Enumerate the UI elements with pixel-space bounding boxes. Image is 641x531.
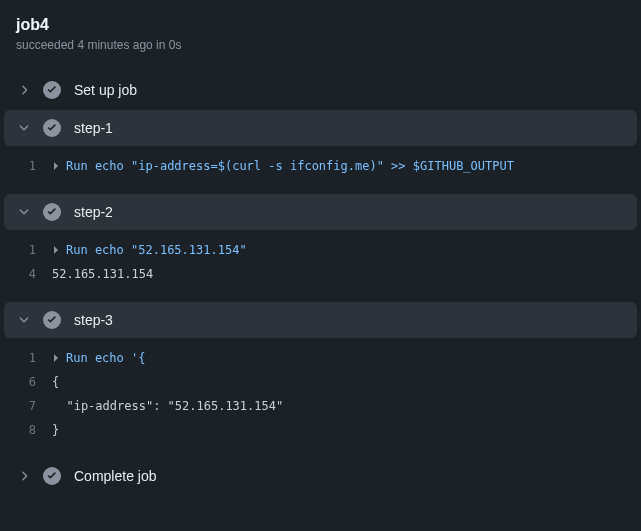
log-line[interactable]: 1Run echo "ip-address=$(curl -s ifconfig… xyxy=(4,154,637,178)
step: step-21Run echo "52.165.131.154"452.165.… xyxy=(4,194,637,300)
job-status: succeeded 4 minutes ago in 0s xyxy=(16,38,625,52)
caret-right-icon[interactable] xyxy=(52,156,60,176)
line-number: 1 xyxy=(4,240,52,260)
check-circle-icon xyxy=(42,80,62,100)
log-line[interactable]: 6{ xyxy=(4,370,637,394)
step-name: Complete job xyxy=(74,468,157,484)
step-name: step-3 xyxy=(74,312,113,328)
step: Set up job xyxy=(4,72,637,108)
step-header[interactable]: Complete job xyxy=(4,458,637,494)
check-circle-icon xyxy=(42,310,62,330)
log-line[interactable]: 7 "ip-address": "52.165.131.154" xyxy=(4,394,637,418)
log-output: 1Run echo "52.165.131.154"452.165.131.15… xyxy=(4,230,637,300)
step: step-31Run echo '{6{7 "ip-address": "52.… xyxy=(4,302,637,456)
line-number: 7 xyxy=(4,396,52,416)
job-header: job4 succeeded 4 minutes ago in 0s xyxy=(0,0,641,72)
step-header[interactable]: step-2 xyxy=(4,194,637,230)
step: Complete job xyxy=(4,458,637,494)
caret-right-icon[interactable] xyxy=(52,348,60,368)
chevron-right-icon xyxy=(16,82,32,98)
check-circle-icon xyxy=(42,466,62,486)
line-content: { xyxy=(52,372,59,392)
step-header[interactable]: step-1 xyxy=(4,110,637,146)
line-number: 1 xyxy=(4,156,52,176)
line-content: Run echo "52.165.131.154" xyxy=(66,240,247,260)
step-name: Set up job xyxy=(74,82,137,98)
step-name: step-2 xyxy=(74,204,113,220)
line-number: 8 xyxy=(4,420,52,440)
line-content: Run echo "ip-address=$(curl -s ifconfig.… xyxy=(66,156,514,176)
step-list: Set up jobstep-11Run echo "ip-address=$(… xyxy=(0,72,641,494)
chevron-down-icon xyxy=(16,120,32,136)
chevron-down-icon xyxy=(16,204,32,220)
step-name: step-1 xyxy=(74,120,113,136)
chevron-down-icon xyxy=(16,312,32,328)
step-header[interactable]: step-3 xyxy=(4,302,637,338)
line-content: } xyxy=(52,420,59,440)
line-content: "ip-address": "52.165.131.154" xyxy=(52,396,283,416)
log-line[interactable]: 452.165.131.154 xyxy=(4,262,637,286)
log-output: 1Run echo "ip-address=$(curl -s ifconfig… xyxy=(4,146,637,192)
line-number: 4 xyxy=(4,264,52,284)
check-circle-icon xyxy=(42,118,62,138)
job-title: job4 xyxy=(16,16,625,34)
check-circle-icon xyxy=(42,202,62,222)
line-number: 6 xyxy=(4,372,52,392)
log-line[interactable]: 1Run echo "52.165.131.154" xyxy=(4,238,637,262)
step: step-11Run echo "ip-address=$(curl -s if… xyxy=(4,110,637,192)
step-header[interactable]: Set up job xyxy=(4,72,637,108)
line-content: Run echo '{ xyxy=(66,348,145,368)
log-line[interactable]: 1Run echo '{ xyxy=(4,346,637,370)
caret-right-icon[interactable] xyxy=(52,240,60,260)
log-output: 1Run echo '{6{7 "ip-address": "52.165.13… xyxy=(4,338,637,456)
line-number: 1 xyxy=(4,348,52,368)
line-content: 52.165.131.154 xyxy=(52,264,153,284)
chevron-right-icon xyxy=(16,468,32,484)
log-line[interactable]: 8} xyxy=(4,418,637,442)
